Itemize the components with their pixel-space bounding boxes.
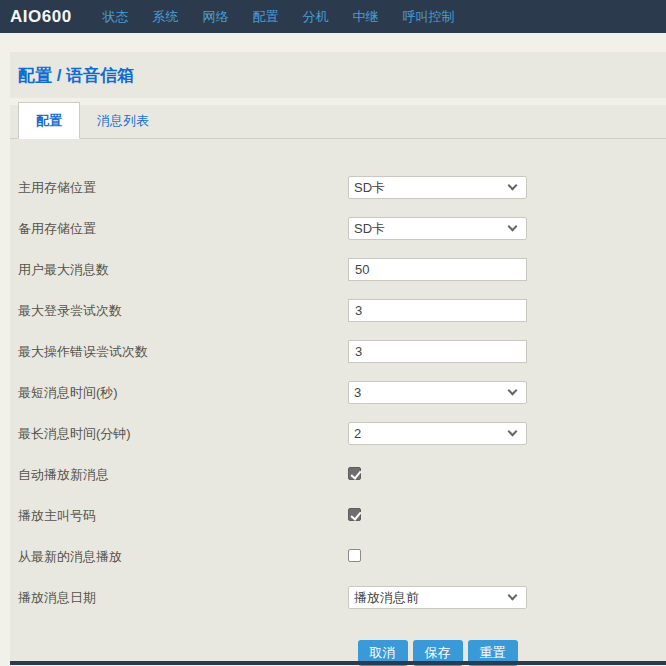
nav-item-1[interactable]: 系统 [148, 6, 184, 28]
field-checkbox[interactable] [348, 467, 361, 480]
field-control [348, 466, 527, 484]
form-row: 最长消息时间(分钟)2 [18, 422, 666, 445]
nav-item-2[interactable]: 网络 [198, 6, 234, 28]
field-label: 最大登录尝试次数 [18, 302, 348, 320]
field-input[interactable] [348, 299, 527, 322]
top-navbar: AIO600 状态系统网络配置分机中继呼叫控制 [0, 0, 666, 33]
field-select-element[interactable]: SD卡 [348, 176, 527, 199]
field-checkbox[interactable] [348, 508, 361, 521]
field-label: 最长消息时间(分钟) [18, 425, 348, 443]
field-control [348, 299, 527, 322]
nav-menu: 状态系统网络配置分机中继呼叫控制 [98, 6, 460, 28]
form: 主用存储位置SD卡备用存储位置SD卡用户最大消息数最大登录尝试次数最大操作错误尝… [10, 139, 666, 609]
form-row: 主用存储位置SD卡 [18, 176, 666, 199]
field-label: 从最新的消息播放 [18, 548, 348, 566]
content-panel: 配置 消息列表 主用存储位置SD卡备用存储位置SD卡用户最大消息数最大登录尝试次… [10, 105, 666, 665]
field-label: 播放主叫号码 [18, 507, 348, 525]
field-input[interactable] [348, 340, 527, 363]
tab-config[interactable]: 配置 [18, 102, 80, 139]
field-select[interactable]: SD卡 [348, 176, 527, 199]
form-row: 最短消息时间(秒)3 [18, 381, 666, 404]
field-label: 最短消息时间(秒) [18, 384, 348, 402]
nav-item-0[interactable]: 状态 [98, 6, 134, 28]
field-control [348, 258, 527, 281]
field-label: 主用存储位置 [18, 179, 348, 197]
field-select-element[interactable]: 2 [348, 422, 527, 445]
nav-item-5[interactable]: 中继 [348, 6, 384, 28]
field-select[interactable]: 2 [348, 422, 527, 445]
page-title: 配置 / 语音信箱 [18, 64, 658, 87]
form-row: 最大操作错误尝试次数 [18, 340, 666, 363]
field-select[interactable]: 3 [348, 381, 527, 404]
field-label: 备用存储位置 [18, 220, 348, 238]
field-control [348, 507, 527, 525]
form-row: 从最新的消息播放 [18, 545, 666, 568]
field-control: SD卡 [348, 176, 527, 199]
field-control [348, 548, 527, 566]
footer-bar [10, 661, 666, 665]
nav-item-6[interactable]: 呼叫控制 [398, 6, 460, 28]
form-row: 备用存储位置SD卡 [18, 217, 666, 240]
field-label: 播放消息日期 [18, 589, 348, 607]
field-control: 3 [348, 381, 527, 404]
field-select[interactable]: SD卡 [348, 217, 527, 240]
page-header: 配置 / 语音信箱 [10, 52, 666, 98]
field-label: 自动播放新消息 [18, 466, 348, 484]
form-row: 播放主叫号码 [18, 504, 666, 527]
field-label: 用户最大消息数 [18, 261, 348, 279]
form-row: 用户最大消息数 [18, 258, 666, 281]
nav-item-4[interactable]: 分机 [298, 6, 334, 28]
form-row: 自动播放新消息 [18, 463, 666, 486]
field-control [348, 340, 527, 363]
brand-logo: AIO600 [10, 7, 72, 27]
field-select-element[interactable]: 播放消息前 [348, 586, 527, 609]
field-select[interactable]: 播放消息前 [348, 586, 527, 609]
tab-bar: 配置 消息列表 [10, 105, 666, 139]
field-select-element[interactable]: SD卡 [348, 217, 527, 240]
field-label: 最大操作错误尝试次数 [18, 343, 348, 361]
tab-message-list[interactable]: 消息列表 [80, 103, 166, 138]
field-control: 播放消息前 [348, 586, 527, 609]
field-input[interactable] [348, 258, 527, 281]
field-select-element[interactable]: 3 [348, 381, 527, 404]
field-checkbox[interactable] [348, 549, 361, 562]
field-control: SD卡 [348, 217, 527, 240]
form-row: 最大登录尝试次数 [18, 299, 666, 322]
nav-item-3[interactable]: 配置 [248, 6, 284, 28]
field-control: 2 [348, 422, 527, 445]
form-row: 播放消息日期播放消息前 [18, 586, 666, 609]
